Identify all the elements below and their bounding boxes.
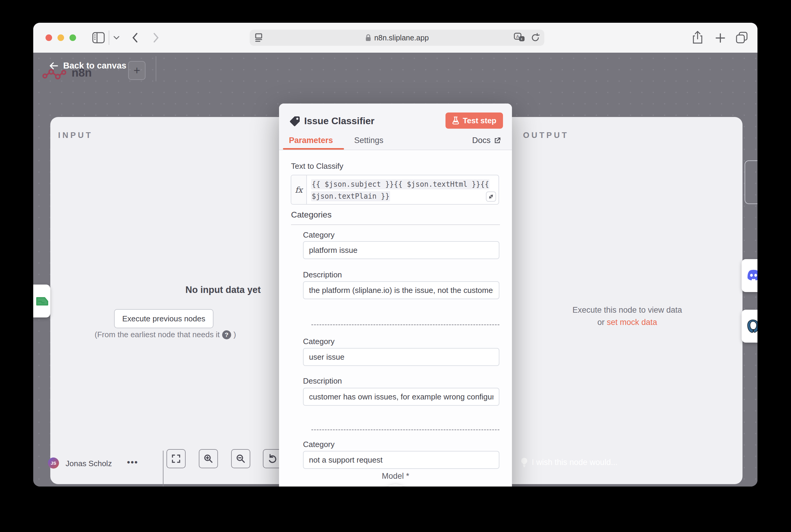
- test-step-button[interactable]: Test step: [445, 113, 503, 129]
- category-input-1[interactable]: [303, 241, 499, 259]
- category-label: Category: [303, 337, 335, 346]
- postgres-icon: [745, 319, 757, 334]
- text-to-classify-field[interactable]: fx {{ $json.subject }}{{ $json.textHtml …: [291, 175, 499, 205]
- tag-icon: [289, 115, 300, 127]
- zoom-in-button[interactable]: [199, 449, 218, 468]
- zoom-to-fit-button[interactable]: [166, 449, 186, 468]
- maximize-window-button[interactable]: [70, 34, 76, 41]
- browser-toolbar: n8n.sliplane.app A x: [33, 23, 757, 53]
- back-nav-icon[interactable]: [131, 31, 139, 44]
- output-empty-message: Execute this node to view data or set mo…: [567, 305, 687, 327]
- header-divider: [156, 56, 156, 81]
- modal-header: Issue Classifier Test step Parameters Se…: [279, 103, 512, 150]
- model-label: Model *: [279, 472, 512, 481]
- description-input-1[interactable]: [303, 281, 499, 299]
- description-label: Description: [303, 376, 342, 386]
- expression-code[interactable]: {{ $json.subject }}{{ $json.textHtml }}{…: [307, 175, 494, 204]
- sidebar-toggle-icon[interactable]: [92, 32, 105, 44]
- description-input-2[interactable]: [303, 388, 499, 406]
- description-label: Description: [303, 270, 342, 280]
- flask-icon: [452, 116, 459, 125]
- text-to-classify-label: Text to Classify: [291, 162, 344, 171]
- node-feedback-prompt[interactable]: I wish this node would...: [520, 457, 618, 468]
- modal-title: Issue Classifier: [304, 115, 374, 127]
- discord-icon: [746, 269, 757, 282]
- issue-classifier-modal: Issue Classifier Test step Parameters Se…: [279, 103, 512, 487]
- docs-link[interactable]: Docs: [472, 136, 501, 145]
- arrow-left-icon: [50, 62, 58, 70]
- help-question-icon[interactable]: ?: [222, 330, 231, 339]
- browser-window: n8n.sliplane.app A x: [33, 23, 757, 487]
- address-bar[interactable]: n8n.sliplane.app A x: [250, 30, 544, 46]
- minimize-window-button[interactable]: [57, 34, 64, 41]
- category-input-3[interactable]: [303, 451, 499, 469]
- expand-expression-icon[interactable]: [486, 191, 496, 202]
- forward-nav-icon[interactable]: [152, 31, 160, 44]
- category-input-2[interactable]: [303, 348, 499, 366]
- add-node-button[interactable]: +: [128, 61, 146, 80]
- translate-icon[interactable]: A x: [514, 33, 526, 43]
- active-tab-underline: [283, 148, 344, 150]
- email-trigger-node-card[interactable]: [33, 285, 50, 318]
- reload-icon[interactable]: [531, 33, 540, 42]
- output-view-toggle-partial[interactable]: [744, 160, 757, 204]
- category-label: Category: [303, 230, 335, 240]
- category-separator: [311, 430, 499, 430]
- user-name: Jonas Scholz: [66, 459, 112, 468]
- back-to-canvas-button[interactable]: Back to canvas: [50, 61, 126, 71]
- share-icon[interactable]: [692, 31, 703, 45]
- toolbar-divider: [109, 31, 109, 45]
- categories-divider: [291, 224, 500, 225]
- category-separator: [311, 324, 499, 325]
- discord-node-card[interactable]: [741, 259, 757, 292]
- new-tab-icon[interactable]: [715, 32, 726, 44]
- lock-icon: [365, 34, 371, 42]
- input-hint: (From the earliest node that needs it ? …: [95, 330, 236, 339]
- category-label: Category: [303, 440, 335, 449]
- close-window-button[interactable]: [45, 34, 52, 41]
- input-panel-title: INPUT: [58, 131, 93, 140]
- execute-previous-nodes-button[interactable]: Execute previous nodes: [114, 309, 214, 328]
- user-menu-dots[interactable]: •••: [127, 457, 138, 468]
- svg-text:A: A: [516, 34, 519, 39]
- tabs-overview-icon[interactable]: [735, 31, 749, 44]
- avatar[interactable]: JS: [48, 457, 59, 469]
- reader-view-icon[interactable]: [255, 33, 264, 42]
- svg-text:x: x: [521, 37, 522, 41]
- url-text: n8n.sliplane.app: [374, 34, 429, 42]
- tab-settings[interactable]: Settings: [354, 136, 384, 145]
- fx-badge: fx: [291, 175, 307, 204]
- chevron-down-icon[interactable]: [113, 35, 120, 40]
- n8n-canvas-dimmed: n8n Back to canvas + INPUT OUTPUT No inp…: [33, 53, 757, 487]
- categories-heading: Categories: [291, 210, 331, 220]
- tab-parameters[interactable]: Parameters: [289, 136, 333, 145]
- output-panel-title: OUTPUT: [523, 131, 569, 140]
- set-mock-data-link[interactable]: set mock data: [607, 318, 657, 327]
- no-input-message: No input data yet: [163, 285, 283, 295]
- external-link-icon: [494, 137, 501, 144]
- zoom-out-button[interactable]: [231, 449, 250, 468]
- sidebar-edge-divider: [163, 451, 164, 487]
- lightbulb-icon: [520, 457, 528, 468]
- postgres-node-card[interactable]: [741, 310, 757, 343]
- email-node-icon: [35, 295, 49, 307]
